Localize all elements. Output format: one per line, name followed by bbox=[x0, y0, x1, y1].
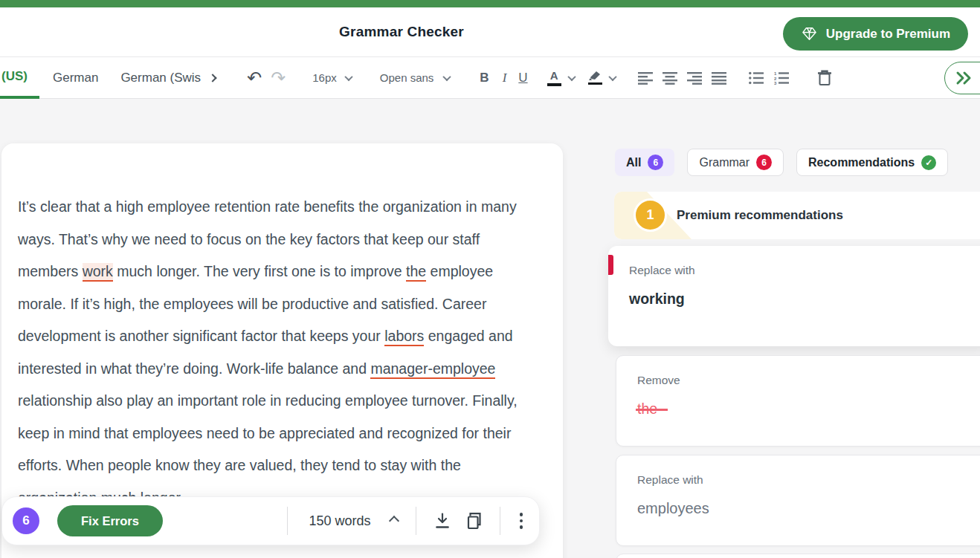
suggestion-card-working[interactable]: Replace with working bbox=[608, 246, 980, 346]
font-size-value: 16px bbox=[312, 71, 337, 84]
svg-text:3: 3 bbox=[774, 81, 777, 85]
page-title: Grammar Checker bbox=[339, 24, 464, 40]
numbered-list-button[interactable]: 123 bbox=[774, 71, 789, 85]
suggestion-action-label: Replace with bbox=[629, 264, 695, 277]
gem-icon bbox=[801, 25, 818, 42]
suggestion-card-partial[interactable] bbox=[616, 554, 980, 558]
undo-button[interactable]: ↶ bbox=[247, 69, 262, 87]
check-circle-icon: ✓ bbox=[921, 155, 936, 170]
premium-banner-label: Premium recommendations bbox=[677, 192, 843, 239]
suggestion-value[interactable]: employees bbox=[637, 500, 709, 517]
chevron-down-icon[interactable] bbox=[567, 72, 576, 80]
download-button[interactable] bbox=[434, 512, 451, 530]
align-right-icon bbox=[687, 71, 702, 85]
underline-button[interactable]: U bbox=[518, 71, 527, 85]
premium-recommendations-banner[interactable]: 1 Premium recommendations bbox=[614, 192, 980, 239]
font-family-value: Open sans bbox=[380, 71, 434, 84]
active-error-word[interactable]: work bbox=[83, 263, 113, 282]
suggestions-panel: All 6 Grammar 6 Recommendations ✓ 1 Prem… bbox=[587, 99, 980, 558]
justify-icon bbox=[712, 71, 726, 85]
error-word[interactable]: labors bbox=[384, 328, 424, 346]
chevron-up-icon bbox=[388, 516, 399, 526]
align-center-icon bbox=[663, 71, 677, 85]
error-word[interactable]: manager-employee bbox=[370, 360, 495, 379]
chevron-down-icon[interactable] bbox=[608, 72, 616, 80]
divider bbox=[416, 507, 416, 535]
tab-all[interactable]: All 6 bbox=[615, 149, 674, 176]
suggestion-action-label: Replace with bbox=[637, 473, 703, 487]
tab-label: Recommendations bbox=[808, 156, 915, 169]
tab-grammar[interactable]: Grammar 6 bbox=[687, 149, 784, 176]
filter-tabs: All 6 Grammar 6 Recommendations ✓ bbox=[615, 149, 948, 176]
top-accent-bar bbox=[0, 0, 980, 7]
language-tab-label: German (Swis bbox=[120, 71, 201, 85]
undo-icon: ↶ bbox=[247, 69, 262, 87]
language-tab-german[interactable]: German bbox=[53, 57, 98, 99]
collapse-panel-button[interactable] bbox=[944, 62, 980, 94]
svg-text:2: 2 bbox=[774, 76, 777, 80]
language-tab-label: (US) bbox=[1, 69, 28, 84]
language-tab-german-swiss[interactable]: German (Swis bbox=[120, 57, 201, 99]
suggestion-action-label: Remove bbox=[637, 374, 680, 387]
font-family-dropdown[interactable]: Open sans bbox=[380, 71, 451, 84]
more-options-button[interactable] bbox=[517, 510, 526, 532]
chevron-down-icon bbox=[443, 72, 451, 80]
editor-toolbar: (US) German German (Swis ↶ ↷ 16px Open s… bbox=[0, 57, 980, 99]
active-card-marker bbox=[608, 255, 613, 275]
text-color-swatch bbox=[547, 83, 561, 86]
bold-button[interactable]: B bbox=[480, 71, 489, 85]
justify-button[interactable] bbox=[712, 71, 726, 85]
word-count-toggle[interactable] bbox=[390, 517, 398, 525]
text-color-button[interactable]: A bbox=[547, 69, 561, 86]
fix-errors-button[interactable]: Fix Errors bbox=[57, 505, 163, 536]
bullet-list-button[interactable] bbox=[749, 71, 764, 85]
italic-button[interactable]: I bbox=[503, 71, 507, 85]
suggestion-card-employees[interactable]: Replace with employees bbox=[616, 455, 980, 546]
language-tab-label: German bbox=[53, 71, 98, 85]
tab-recommendations[interactable]: Recommendations ✓ bbox=[796, 149, 948, 176]
premium-count-badge: 1 bbox=[634, 198, 667, 232]
clear-text-button[interactable] bbox=[817, 70, 832, 86]
align-left-icon bbox=[638, 71, 653, 85]
double-chevron-right-icon bbox=[955, 71, 973, 85]
bold-icon: B bbox=[480, 71, 489, 85]
document-text[interactable]: It’s clear that a high employee retentio… bbox=[18, 191, 540, 514]
redo-button[interactable]: ↷ bbox=[271, 69, 286, 87]
error-word[interactable]: the bbox=[406, 263, 426, 282]
upgrade-premium-label: Upgrade to Premium bbox=[826, 27, 950, 42]
align-right-button[interactable] bbox=[687, 71, 702, 85]
tab-count-badge: 6 bbox=[756, 155, 772, 170]
bullet-list-icon bbox=[749, 71, 764, 85]
upgrade-premium-button[interactable]: Upgrade to Premium bbox=[783, 17, 968, 51]
grammar-checker-app: Grammar Checker Upgrade to Premium (US) … bbox=[0, 0, 980, 558]
text-color-icon: A bbox=[550, 69, 558, 82]
text-segment: relationship also play an important role… bbox=[18, 392, 518, 506]
more-languages-chevron-icon[interactable] bbox=[208, 74, 216, 82]
divider bbox=[287, 507, 288, 535]
language-tab-english-us[interactable]: (US) bbox=[0, 57, 39, 99]
error-count-badge: 6 bbox=[13, 507, 39, 534]
tab-label: Grammar bbox=[699, 156, 749, 169]
suggestion-value[interactable]: the bbox=[637, 400, 657, 417]
highlight-button[interactable] bbox=[588, 71, 602, 85]
header: Grammar Checker Upgrade to Premium bbox=[0, 7, 980, 57]
copy-button[interactable] bbox=[465, 511, 483, 531]
word-count: 150 words bbox=[309, 513, 370, 529]
italic-icon: I bbox=[503, 71, 507, 85]
numbered-list-icon: 123 bbox=[774, 71, 789, 85]
divider bbox=[500, 507, 500, 535]
bottom-action-bar: 6 Fix Errors 150 words bbox=[1, 496, 540, 545]
svg-text:1: 1 bbox=[774, 71, 777, 76]
align-center-button[interactable] bbox=[663, 71, 677, 85]
tab-count-badge: 6 bbox=[648, 155, 663, 170]
underline-icon: U bbox=[518, 71, 527, 85]
text-segment: much longer. The very first one is to im… bbox=[113, 263, 406, 279]
align-left-button[interactable] bbox=[638, 71, 653, 85]
download-icon bbox=[434, 512, 451, 530]
suggestion-value[interactable]: working bbox=[629, 291, 685, 308]
tab-label: All bbox=[626, 156, 641, 169]
font-size-dropdown[interactable]: 16px bbox=[312, 71, 352, 84]
highlight-color-swatch bbox=[588, 82, 602, 85]
redo-icon: ↷ bbox=[271, 69, 286, 87]
suggestion-card-remove-the[interactable]: Remove the bbox=[616, 355, 980, 447]
